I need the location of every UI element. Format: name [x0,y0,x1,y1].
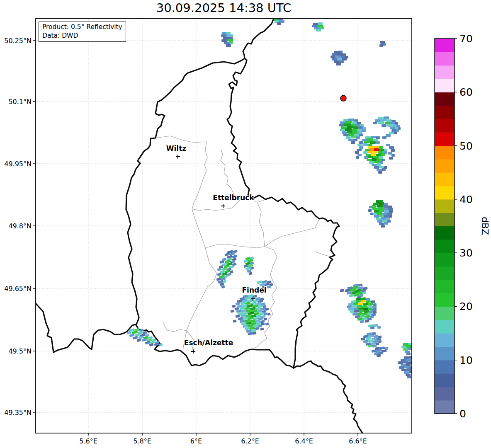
region-border-line [183,248,217,350]
radar-bin [357,131,362,134]
radar-bin [346,136,351,139]
radar-bin [221,34,227,37]
radar-bin [353,139,357,141]
radar-bin [365,320,369,322]
radar-bin [243,259,248,263]
radar-bin [407,376,411,378]
colorbar-segment [435,387,455,400]
colorbar-segment [435,132,455,146]
radar-bin [357,154,362,156]
radar-bin [332,58,338,61]
radar-bin [379,223,384,225]
radar-bin [367,151,372,153]
radar-bin [351,136,356,138]
colorbar-segment [435,79,455,92]
radar-bin [389,132,394,134]
colorbar-segment [435,199,455,213]
y-tick-label: 49.8°N [8,222,32,230]
colorbar-segment [435,400,455,414]
radar-bin [383,208,388,210]
radar-bin [379,166,384,168]
radar-bin [382,124,386,127]
echo-north-small [221,32,233,47]
radar-bin [368,209,372,212]
radar-bin [362,127,366,129]
echo-tiny-dot [379,41,386,47]
radar-bin [350,310,355,313]
radar-bin [260,327,264,331]
radar-bin [348,133,354,136]
radar-bin [356,136,360,139]
radar-bin [364,156,368,159]
radar-bin [406,353,411,355]
radar-bin [363,303,369,306]
radar-bin [360,320,365,323]
x-tick-label: 6.6°E [349,437,367,445]
radar-bin [337,53,343,56]
radar-bin [409,356,412,358]
radar-bin [349,294,355,297]
x-tick-label: 6.2°E [241,437,259,445]
city-label: Ettelbruck [213,194,254,202]
echo-blue-blob [331,51,348,65]
radar-bin [368,156,373,158]
radar-bin [377,326,381,329]
radar-bin [379,44,383,47]
radar-bin [366,298,370,300]
radar-bin [381,154,385,156]
colorbar-segment [435,65,455,79]
colorbar-unit-label: dBZ [480,217,490,235]
radar-bin [358,283,363,286]
radar-bin [355,151,359,154]
city-wiltz: Wiltz [166,144,187,159]
echo-top-right [312,22,324,31]
colorbar-segment [435,226,455,240]
x-tick-label: 5.6°E [79,437,97,445]
radar-bin [371,136,376,138]
colorbar-segment [435,186,455,200]
radar-bin [382,168,386,171]
radar-bin [347,291,352,295]
radar-bin [379,156,383,159]
radar-bin [384,203,388,205]
radar-bin [223,280,226,283]
echo-edge-blue [398,356,412,378]
radar-bin [229,41,233,44]
radar-bin [347,305,352,308]
radar-bin [374,161,379,163]
radar-map: WiltzEttelbruckFindelEsch/Alzette5.6°E5.… [0,0,491,448]
radar-bin [362,317,368,320]
radar-bin [386,134,391,137]
colorbar-tick-label: 20 [459,300,473,312]
radar-bin [226,34,233,37]
radar-bin [340,289,345,292]
radar-bin [219,260,224,264]
city-plus-marker [191,349,195,354]
colorbar-segment [435,146,455,160]
radar-bin [348,139,353,141]
radar-bin [372,158,377,161]
radar-bin [376,154,381,156]
radar-bin [234,307,239,310]
radar-bin [387,213,392,215]
radar-bin [401,369,406,371]
radar-bin [357,317,363,321]
colorbar-tick-label: 0 [459,408,466,420]
radar-bin [352,121,357,124]
radar-bin [348,308,354,311]
radar-bin [361,337,365,340]
radar-bin [342,58,347,61]
radar-bin [378,171,382,174]
radar-bin [390,122,396,124]
radar-bin [356,156,359,159]
radar-bin [352,129,357,131]
echo-se-teal-dash [368,324,381,329]
radar-bin [265,322,269,326]
colorbar-segment [435,346,455,360]
radar-bin [351,141,355,144]
radar-bin [385,122,390,124]
radar-bin [374,215,379,218]
radar-bin [389,210,393,213]
radar-bin [372,164,377,166]
radar-bin [357,149,362,151]
